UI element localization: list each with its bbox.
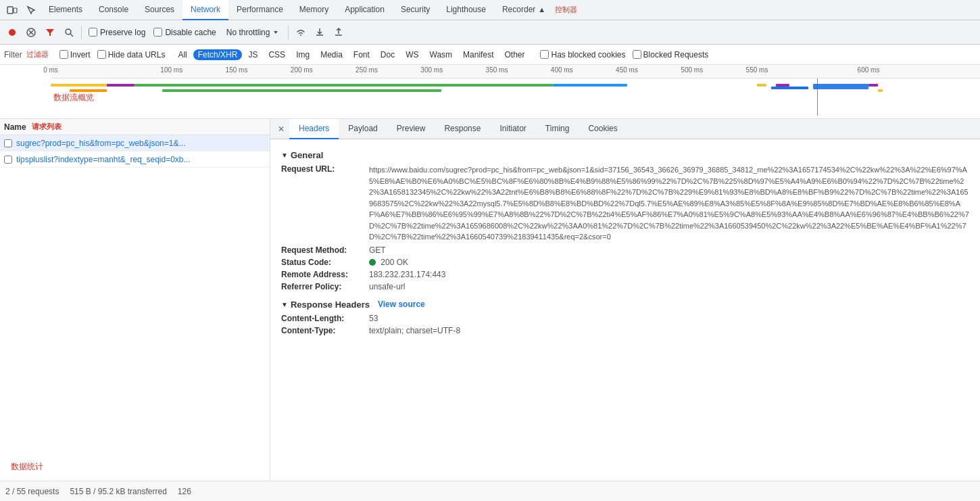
filter-font[interactable]: Font — [349, 49, 374, 60]
referrer-policy-value: unsafe-url — [369, 282, 405, 291]
view-source-link[interactable]: View source — [378, 300, 425, 309]
svg-marker-6 — [46, 29, 54, 36]
filter-ws[interactable]: WS — [401, 49, 423, 60]
panel-tab-payload[interactable]: Payload — [339, 119, 387, 139]
left-panel: Name 请求列表 sugrec?prod=pc_his&from=pc_web… — [0, 119, 270, 481]
wifi-icon — [295, 28, 306, 37]
filter-doc[interactable]: Doc — [376, 49, 399, 60]
clear-button[interactable] — [23, 24, 39, 41]
filter-icon-button[interactable] — [42, 24, 58, 41]
disable-cache-input[interactable] — [153, 28, 162, 37]
preserve-log-checkbox[interactable]: Preserve log — [86, 28, 148, 37]
import-icon — [315, 28, 324, 37]
name-header: Name — [4, 122, 26, 132]
timeline-mark-8: 450 ms — [616, 66, 638, 74]
tab-network[interactable]: Network — [182, 0, 228, 20]
timeline-mark-4: 250 ms — [356, 66, 378, 74]
import-button[interactable] — [312, 24, 328, 41]
tab-lighthouse[interactable]: Lighthouse — [438, 0, 494, 20]
divider-1 — [81, 26, 82, 39]
filter-other[interactable]: Other — [499, 49, 529, 60]
filter-img[interactable]: Img — [291, 49, 314, 60]
filter-media[interactable]: Media — [316, 49, 347, 60]
invert-checkbox[interactable]: Invert — [57, 50, 93, 59]
timeline-mark-1: 100 ms — [160, 66, 182, 74]
divider-2 — [288, 26, 289, 39]
filter-row: Filter 过滤器 Invert Hide data URLs All Fet… — [0, 45, 980, 65]
inspect-icon[interactable] — [22, 1, 41, 20]
request-checkbox-1[interactable] — [4, 156, 12, 164]
filter-text-label: Filter — [4, 50, 22, 59]
filter-css[interactable]: CSS — [264, 49, 290, 60]
timeline-mark-10: 550 ms — [746, 66, 768, 74]
tab-elements[interactable]: Elements — [41, 0, 91, 20]
disable-cache-checkbox[interactable]: Disable cache — [151, 28, 218, 37]
filter-fetch-xhr[interactable]: Fetch/XHR — [193, 49, 243, 60]
content-type-value: text/plain; charset=UTF-8 — [369, 326, 460, 335]
export-button[interactable] — [330, 24, 347, 41]
overview-label: 数据流概览 — [53, 91, 94, 103]
request-url-value: https://www.baidu.com/sugrec?prod=pc_his… — [369, 164, 969, 243]
status-code-value: 200 OK — [369, 258, 408, 267]
svg-rect-0 — [7, 7, 13, 14]
throttling-dropdown-icon — [272, 29, 279, 36]
blocked-requests-checkbox[interactable]: Blocked Requests — [630, 50, 712, 59]
request-url-label: Request URL: — [281, 164, 369, 243]
timeline-mark-11: 600 ms — [858, 66, 880, 74]
hide-data-urls-checkbox[interactable]: Hide data URLs — [95, 50, 168, 59]
remote-address-value: 183.232.231.174:443 — [369, 270, 445, 279]
list-header: Name 请求列表 — [0, 119, 270, 135]
timeline-mark-3: 200 ms — [291, 66, 313, 74]
search-button[interactable] — [61, 24, 77, 41]
timeline-mark-7: 400 ms — [551, 66, 573, 74]
export-icon — [334, 28, 343, 37]
transferred-amount: 515 B / 95.2 kB transferred — [70, 487, 166, 496]
response-headers-section-title: ▼ Response Headers View source — [281, 300, 969, 310]
top-tabs-bar: Elements Console Sources Network Perform… — [0, 0, 980, 20]
list-header-chinese: 请求列表 — [32, 122, 62, 132]
preserve-log-input[interactable] — [89, 28, 97, 37]
filter-all[interactable]: All — [173, 49, 191, 60]
timeline-mark-2: 150 ms — [226, 66, 248, 74]
wifi-icon-button[interactable] — [293, 24, 309, 41]
throttling-select[interactable]: No throttling — [222, 26, 285, 39]
controller-label: 控制器 — [555, 5, 577, 15]
svg-point-7 — [66, 29, 71, 34]
content-length-label: Content-Length: — [281, 314, 369, 323]
right-panel: ✕ Headers Payload Preview Response Initi… — [270, 119, 980, 481]
has-blocked-cookies-checkbox[interactable]: Has blocked cookies — [537, 50, 628, 59]
panel-tab-cookies[interactable]: Cookies — [579, 119, 627, 139]
device-mode-icon[interactable] — [3, 1, 22, 20]
content-length-value: 53 — [369, 314, 378, 323]
panel-tab-preview[interactable]: Preview — [387, 119, 435, 139]
panel-tab-headers[interactable]: Headers — [289, 119, 339, 139]
svg-point-2 — [9, 29, 16, 36]
tab-console[interactable]: Console — [91, 0, 137, 20]
panel-tab-timing[interactable]: Timing — [536, 119, 579, 139]
filter-js[interactable]: JS — [243, 49, 262, 60]
network-toolbar: Preserve log Disable cache No throttling — [0, 20, 980, 45]
request-item-0[interactable]: sugrec?prod=pc_his&from=pc_web&json=1&..… — [0, 135, 270, 151]
filter-chinese-label: 过滤器 — [26, 49, 49, 59]
request-method-label: Request Method: — [281, 245, 369, 255]
panel-content: ▼ General Request URL: https://www.baidu… — [270, 139, 980, 481]
requests-count: 2 / 55 requests — [5, 487, 59, 496]
tab-recorder[interactable]: Recorder ▲ — [494, 0, 554, 20]
panel-tab-initiator[interactable]: Initiator — [490, 119, 535, 139]
tab-sources[interactable]: Sources — [137, 0, 182, 20]
filter-manifest[interactable]: Manifest — [458, 49, 498, 60]
tab-performance[interactable]: Performance — [228, 0, 291, 20]
filter-wasm[interactable]: Wasm — [425, 49, 458, 60]
timeline-mark-0: 0 ms — [43, 66, 58, 74]
panel-close-button[interactable]: ✕ — [273, 121, 289, 137]
record-button[interactable] — [4, 24, 20, 41]
tab-security[interactable]: Security — [393, 0, 438, 20]
status-code-row: Status Code: 200 OK — [281, 258, 969, 267]
timeline-mark-9: 500 ms — [681, 66, 703, 74]
svg-marker-9 — [274, 31, 278, 34]
panel-tab-response[interactable]: Response — [435, 119, 490, 139]
tab-memory[interactable]: Memory — [291, 0, 337, 20]
request-item-1[interactable]: tipspluslist?indextype=manht&_req_seqid=… — [0, 151, 270, 168]
request-checkbox-0[interactable] — [4, 139, 12, 147]
tab-application[interactable]: Application — [337, 0, 393, 20]
